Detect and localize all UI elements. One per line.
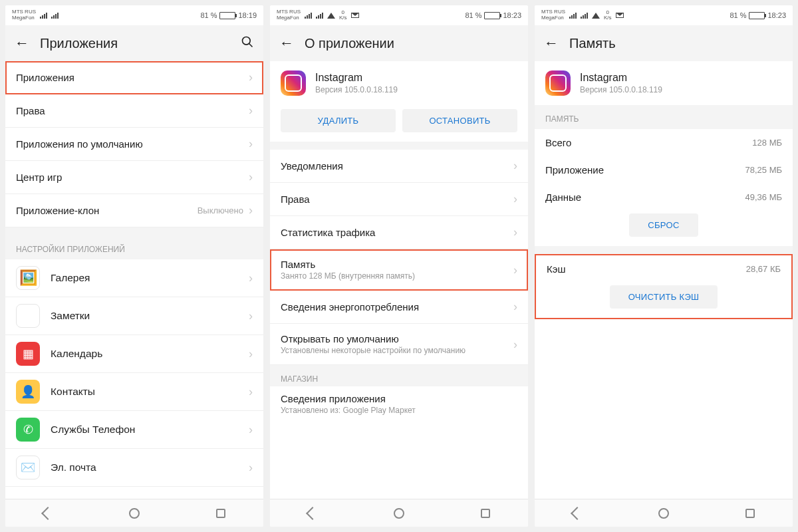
clock-label: 18:23 (767, 11, 786, 19)
carrier-label: MTS RUS MegaFon (541, 9, 565, 21)
chevron-right-icon: › (513, 300, 517, 314)
row-open-default[interactable]: Открывать по умолчанию Установлены некот… (270, 324, 528, 365)
clock-label: 18:23 (503, 11, 521, 19)
page-title: Память (569, 36, 783, 51)
clear-cache-button[interactable]: ОЧИСТИТЬ КЭШ (610, 285, 718, 309)
nav-home-icon[interactable] (394, 508, 404, 519)
row-permissions[interactable]: Права › (5, 94, 263, 128)
battery-icon (484, 12, 500, 19)
page-title: Приложения (40, 36, 230, 51)
row-traffic-stats[interactable]: Статистика трафика › (270, 216, 528, 249)
row-battery[interactable]: Сведения энергопотребления › (270, 291, 528, 324)
app-name: Instagram (580, 72, 662, 84)
chevron-right-icon: › (513, 159, 517, 173)
row-store-info[interactable]: Сведения приложения Установлено из: Goog… (270, 386, 528, 426)
row-permissions[interactable]: Права › (270, 183, 528, 216)
app-version: Версия 105.0.0.18.119 (580, 85, 662, 94)
app-header: Instagram Версия 105.0.0.18.119 (535, 61, 793, 105)
battery-percent: 81 % (200, 11, 217, 19)
approw-contacts[interactable]: 👤 Контакты › (5, 373, 263, 411)
chevron-right-icon: › (249, 309, 253, 323)
row-game-center[interactable]: Центр игр › (5, 161, 263, 194)
approw-email[interactable]: ✉️ Эл. почта › (5, 449, 263, 487)
approw-gallery[interactable]: 🖼️ Галерея › (5, 259, 263, 297)
chevron-right-icon: › (513, 337, 517, 351)
approw-phone-services[interactable]: ✆ Службы Телефон › (5, 411, 263, 449)
signal-icon-2 (316, 12, 323, 19)
force-stop-button[interactable]: ОСТАНОВИТЬ (402, 109, 517, 132)
row-clone-app[interactable]: Приложение-клон Выключено › (5, 194, 263, 227)
status-bar: MTS RUS MegaFon 0K/s 81 % 18:23 (270, 5, 528, 25)
content-area: Instagram Версия 105.0.0.18.119 ПАМЯТЬ В… (535, 61, 793, 499)
nav-home-icon[interactable] (658, 508, 669, 519)
carrier-label: MTS RUS MegaFon (12, 9, 36, 21)
search-icon[interactable] (241, 35, 254, 52)
action-buttons: УДАЛИТЬ ОСТАНОВИТЬ (270, 105, 528, 142)
back-icon[interactable]: ← (15, 35, 29, 52)
chevron-right-icon: › (249, 461, 253, 475)
nav-home-icon[interactable] (129, 508, 140, 519)
approw-calendar[interactable]: ▦ Календарь › (5, 335, 263, 373)
nav-back-icon[interactable] (571, 507, 584, 520)
page-title: О приложении (305, 36, 519, 51)
battery-icon (219, 12, 235, 19)
row-default-apps[interactable]: Приложения по умолчанию › (5, 128, 263, 161)
titlebar: ← Память (535, 25, 793, 61)
battery-percent: 81 % (730, 11, 746, 19)
memrow-total: Всего 128 МБ (535, 129, 793, 156)
reset-button[interactable]: СБРОС (629, 213, 698, 237)
contacts-icon: 👤 (16, 380, 40, 404)
battery-icon (749, 12, 765, 19)
net-speed-label: 0K/s (604, 10, 612, 21)
mail-notification-icon (616, 13, 624, 18)
row-storage[interactable]: Память Занято 128 МБ (внутренняя память)… (270, 249, 528, 291)
memrow-cache: Кэш 28,67 КБ (536, 255, 791, 283)
chevron-right-icon: › (249, 347, 253, 361)
row-apps[interactable]: Приложения › (5, 61, 263, 94)
clock-label: 18:19 (238, 11, 257, 19)
back-icon[interactable]: ← (544, 35, 559, 52)
nav-bar (270, 499, 528, 527)
email-icon: ✉️ (16, 456, 40, 479)
nav-recent-icon[interactable] (216, 509, 225, 518)
nav-back-icon[interactable] (41, 507, 55, 520)
screen-storage: MTS RUS MegaFon 0K/s 81 % 18:23 ← Память… (535, 5, 793, 527)
signal-icon (569, 12, 577, 19)
titlebar: ← О приложении (270, 25, 528, 61)
chevron-right-icon: › (249, 385, 253, 399)
nav-recent-icon[interactable] (481, 509, 490, 518)
nav-bar (5, 499, 263, 527)
content-area: Instagram Версия 105.0.0.18.119 УДАЛИТЬ … (270, 61, 528, 499)
nav-bar (535, 499, 793, 527)
approw-notes[interactable]: ☰ Заметки › (5, 297, 263, 335)
nav-back-icon[interactable] (306, 507, 319, 520)
row-notifications[interactable]: Уведомления › (270, 150, 528, 183)
app-name: Instagram (315, 72, 398, 84)
wifi-icon (592, 12, 600, 19)
calendar-icon: ▦ (16, 342, 40, 366)
instagram-icon (281, 70, 306, 96)
phone-icon: ✆ (16, 418, 40, 442)
screen-apps: MTS RUS MegaFon 81 % 18:19 ← Приложения … (5, 5, 263, 527)
titlebar: ← Приложения (5, 25, 263, 61)
nav-recent-icon[interactable] (745, 509, 755, 518)
signal-icon-2 (51, 12, 59, 19)
cache-block: Кэш 28,67 КБ ОЧИСТИТЬ КЭШ (535, 254, 793, 319)
chevron-right-icon: › (249, 170, 253, 184)
signal-icon (305, 12, 312, 19)
instagram-icon (545, 70, 571, 96)
signal-icon-2 (581, 12, 588, 19)
chevron-right-icon: › (513, 225, 517, 239)
notes-icon: ☰ (16, 304, 40, 328)
signal-icon (40, 12, 47, 19)
back-icon[interactable]: ← (279, 35, 294, 52)
chevron-right-icon: › (513, 263, 517, 277)
net-speed-label: 0K/s (339, 10, 347, 21)
chevron-right-icon: › (249, 203, 253, 217)
memrow-app: Приложение 78,25 МБ (535, 156, 793, 184)
uninstall-button[interactable]: УДАЛИТЬ (281, 109, 396, 132)
section-header-store: МАГАЗИН (270, 365, 528, 386)
mail-notification-icon (351, 13, 359, 18)
screen-app-info: MTS RUS MegaFon 0K/s 81 % 18:23 ← О прил… (270, 5, 528, 527)
chevron-right-icon: › (249, 137, 253, 151)
